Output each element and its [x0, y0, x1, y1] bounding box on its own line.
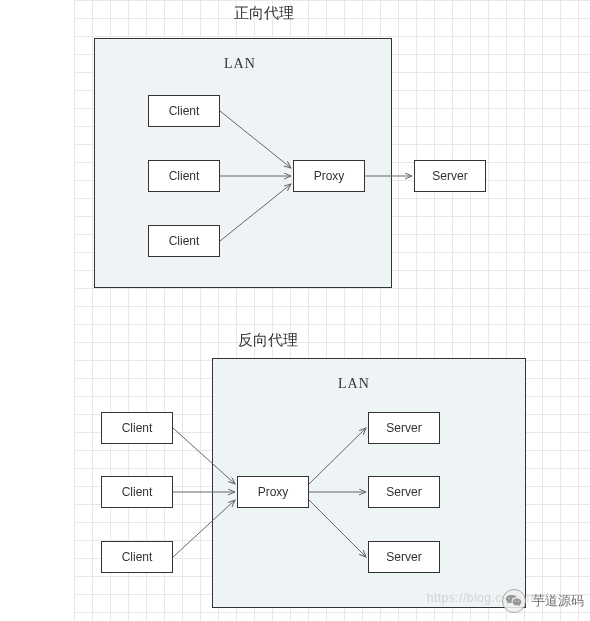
forward-server-node: Server [414, 160, 486, 192]
forward-proxy-node: Proxy [293, 160, 365, 192]
forward-lan-label: LAN [224, 56, 256, 72]
reverse-server-2: Server [368, 476, 440, 508]
watermark-text: 芋道源码 [532, 592, 584, 610]
reverse-proxy-node: Proxy [237, 476, 309, 508]
reverse-lan-label: LAN [338, 376, 370, 392]
reverse-client-2: Client [101, 476, 173, 508]
forward-client-2: Client [148, 160, 220, 192]
reverse-proxy-title: 反向代理 [238, 331, 298, 350]
forward-proxy-title: 正向代理 [234, 4, 294, 23]
reverse-server-1: Server [368, 412, 440, 444]
reverse-client-1: Client [101, 412, 173, 444]
reverse-server-3: Server [368, 541, 440, 573]
reverse-client-3: Client [101, 541, 173, 573]
forward-client-3: Client [148, 225, 220, 257]
watermark: 芋道源码 [502, 589, 584, 613]
wechat-icon [502, 589, 526, 613]
forward-client-1: Client [148, 95, 220, 127]
